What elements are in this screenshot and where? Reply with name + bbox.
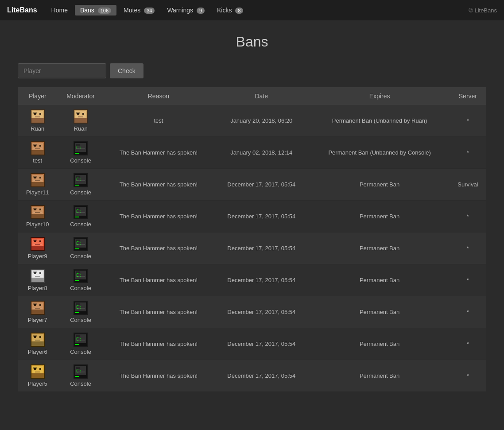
player-avatar [31,301,45,315]
date-cell: December 17, 2017, 05:54 [213,201,310,232]
svg-rect-55 [35,244,40,245]
svg-rect-32 [31,182,44,186]
player-cell[interactable]: Player10 [18,201,58,232]
svg-rect-92 [31,341,44,346]
player-cell[interactable]: Player6 [18,328,58,360]
reason-cell: The Ban Hammer has spoken! [104,137,213,169]
player-cell[interactable]: Player8 [18,264,58,296]
moderator-name: Console [70,380,91,387]
date-cell: December 17, 2017, 05:54 [213,296,310,328]
brand-logo: LiteBans [7,6,37,14]
expires-cell: Permanent Ban [310,296,449,328]
svg-rect-43 [35,212,40,213]
svg-rect-101 [34,368,36,370]
svg-rect-16 [32,143,43,150]
svg-rect-49 [75,217,79,217]
expires-cell: Permanent Ban (Unbanned by Console) [310,137,449,169]
reason-cell: The Ban Hammer has spoken! [104,328,213,360]
moderator-name: Console [70,349,91,355]
player-name: test [33,157,42,164]
player-name: Player10 [26,221,49,228]
col-date: Date [213,87,310,105]
player-cell[interactable]: Player5 [18,360,58,392]
svg-rect-66 [39,272,41,274]
svg-rect-68 [31,278,44,282]
date-cell: January 02, 2018, 12:14 [213,137,310,169]
svg-rect-103 [35,372,40,372]
moderator-cell: Ruan [58,105,104,137]
svg-rect-28 [32,175,43,182]
nav-kicks[interactable]: Kicks 8 [212,5,248,15]
svg-text:C:: C: [76,368,81,373]
reason-cell: The Ban Hammer has spoken! [104,296,213,328]
table-row: Ruan Ruan test January 20, 2018, 06:20 P… [18,105,486,137]
player-avatar [31,205,45,219]
svg-rect-4 [39,113,41,115]
moderator-name: Console [70,157,91,164]
svg-text:C:: C: [76,241,81,246]
player-cell[interactable]: test [18,137,58,169]
svg-rect-97 [75,344,79,345]
player-cell[interactable]: Player9 [18,232,58,264]
svg-text:C:: C: [76,177,81,182]
svg-rect-109 [75,376,79,377]
bans-table: Player Moderator Reason Date Expires Ser… [18,87,486,392]
svg-text:C:: C: [76,337,81,341]
expires-cell: Permanent Ban [310,169,449,201]
nav-bans[interactable]: Bans 106 [75,5,116,15]
expires-cell: Permanent Ban [310,232,449,264]
svg-rect-79 [35,308,40,309]
svg-rect-77 [34,304,36,306]
moderator-name: Console [70,221,91,228]
expires-cell: Permanent Ban [310,328,449,360]
nav-mutes[interactable]: Mutes 34 [118,5,160,15]
svg-rect-61 [75,248,79,249]
server-cell: * [450,137,486,169]
page-title: Bans [18,34,486,50]
svg-rect-20 [31,150,44,155]
reason-cell: The Ban Hammer has spoken! [104,264,213,296]
svg-rect-78 [39,304,41,306]
svg-rect-40 [32,207,43,214]
svg-rect-30 [39,177,41,178]
nav-home[interactable]: Home [46,5,73,15]
svg-rect-52 [32,239,43,246]
copyright: © LiteBans [469,7,497,14]
svg-rect-44 [31,214,44,218]
expires-cell: Permanent Ban [310,264,449,296]
svg-rect-64 [32,271,43,278]
svg-rect-11 [82,113,84,115]
reason-cell: The Ban Hammer has spoken! [104,232,213,264]
player-cell[interactable]: Player11 [18,169,58,201]
svg-rect-80 [31,310,44,314]
reason-cell: test [104,105,213,137]
svg-rect-65 [34,272,36,274]
moderator-avatar: C: [74,237,88,251]
moderator-cell: C: Console [58,232,104,264]
nav-warnings[interactable]: Warnings 9 [162,5,210,15]
date-cell: January 20, 2018, 06:20 [213,105,310,137]
moderator-name: Ruan [74,125,88,132]
col-server: Server [450,87,486,105]
player-avatar [31,364,45,379]
svg-rect-18 [39,145,41,147]
server-cell: Survival [450,169,486,201]
moderator-avatar: C: [74,269,88,283]
check-button[interactable]: Check [110,63,143,78]
player-cell[interactable]: Player7 [18,296,58,328]
player-name: Player11 [26,189,49,196]
col-reason: Reason [104,87,213,105]
date-cell: December 17, 2017, 05:54 [213,232,310,264]
table-row: Player5 C: Console The Ban Hammer has sp… [18,360,486,392]
server-cell: * [450,328,486,360]
search-input[interactable] [18,63,106,78]
moderator-avatar: C: [74,205,88,219]
svg-rect-29 [34,177,36,178]
moderator-cell: C: Console [58,201,104,232]
player-name: Player8 [28,285,47,291]
player-cell[interactable]: Ruan [18,105,58,137]
svg-rect-31 [35,180,40,181]
svg-rect-73 [75,280,79,281]
svg-rect-42 [39,209,41,210]
moderator-cell: C: Console [58,169,104,201]
